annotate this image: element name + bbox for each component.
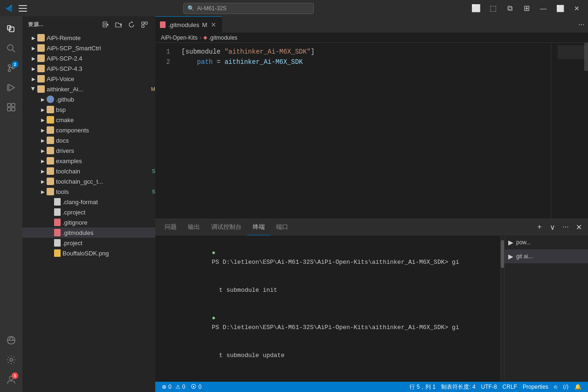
activity-item-git[interactable]: 2 xyxy=(2,59,20,77)
list-item[interactable]: ▶ components xyxy=(22,125,155,135)
list-item[interactable]: ▶ .clang-format xyxy=(22,197,155,207)
sidebar-title: 资源... xyxy=(28,21,44,28)
list-item[interactable]: ▶ AiPi-Voice xyxy=(22,74,155,84)
list-item[interactable]: ▶ tools S xyxy=(22,186,155,197)
tab-close-button[interactable]: ✕ xyxy=(210,21,217,28)
search-bar[interactable]: 🔍 Ai-M61-32S xyxy=(183,3,314,14)
status-errors[interactable]: ⊗ 0 ⚠ 0 xyxy=(159,382,188,392)
minimize-button[interactable]: — xyxy=(537,3,550,14)
new-file-button[interactable] xyxy=(100,20,111,30)
terminal-content[interactable]: ● PS D:\letleon\ESP\Ai-M61-32S\AiPi-Open… xyxy=(155,235,500,382)
status-line-col[interactable]: 行 5，列 1 xyxy=(407,382,438,392)
panel-split-button[interactable]: ∨ xyxy=(547,221,558,233)
status-encoding[interactable]: UTF-8 xyxy=(478,382,500,392)
activity-item-run[interactable] xyxy=(2,79,20,96)
status-remote[interactable]: ⦿ 0 xyxy=(188,382,204,392)
status-format[interactable]: ⟨/⟩ xyxy=(560,382,572,392)
list-item[interactable]: ▶ AiPi-SCP-2.4 xyxy=(22,53,155,63)
activity-item-search[interactable] xyxy=(2,40,20,57)
svg-rect-23 xyxy=(142,22,144,24)
panel-more-button[interactable]: ··· xyxy=(560,221,571,233)
format-icon: ⟨/⟩ xyxy=(563,384,569,390)
github-icon xyxy=(47,96,54,103)
status-language[interactable]: Properties xyxy=(520,382,551,392)
maximize-button[interactable]: ⬜ xyxy=(553,3,567,14)
svg-rect-10 xyxy=(12,103,15,107)
list-item[interactable]: ▶ .project xyxy=(22,238,155,248)
breadcrumb-item-workspace[interactable]: AiPi-Open-Kits xyxy=(161,34,198,41)
refresh-button[interactable] xyxy=(126,20,137,30)
status-notifications[interactable]: 🔔 xyxy=(572,382,584,392)
new-terminal-button[interactable]: + xyxy=(534,221,545,233)
code-line: [submodule "aithinker_Ai-M6X_SDK"] xyxy=(181,47,551,57)
list-item[interactable]: ▶ .github xyxy=(22,94,155,104)
tab-terminal[interactable]: 终端 xyxy=(247,219,270,235)
status-feedback[interactable]: ⎋ xyxy=(551,382,560,392)
svg-rect-25 xyxy=(142,25,144,28)
list-item[interactable]: ▶ AiPi-Remote xyxy=(22,33,155,43)
minimap xyxy=(551,43,588,219)
tab-ports[interactable]: 端口 xyxy=(270,219,294,235)
list-item[interactable]: ▶ .gitmodules xyxy=(22,227,155,238)
tab-output[interactable]: 输出 xyxy=(182,219,206,235)
terminal-main: ● PS D:\letleon\ESP\Ai-M61-32S\AiPi-Open… xyxy=(155,235,500,382)
layout-btn-4[interactable]: ⊞ xyxy=(520,3,533,14)
terminal-scrollbar-thumb[interactable] xyxy=(501,240,504,268)
list-item[interactable]: ▶ bsp xyxy=(22,104,155,115)
tab-terminal-label: 终端 xyxy=(253,223,265,231)
activity-item-remote[interactable] xyxy=(2,331,20,349)
list-item[interactable]: ▶ toolchain S xyxy=(22,166,155,176)
token: ] xyxy=(311,47,314,57)
minimap-scrollbar[interactable] xyxy=(584,43,588,71)
terminal-session-git[interactable]: ▶ git ai... xyxy=(505,249,588,263)
list-item[interactable]: ▶ AiPi-SCP-4.3 xyxy=(22,63,155,74)
collapse-all-button[interactable] xyxy=(139,20,150,30)
tab-problems[interactable]: 问题 xyxy=(159,219,182,235)
list-item[interactable]: ▶ drivers xyxy=(22,145,155,156)
close-button[interactable]: ✕ xyxy=(570,3,583,14)
terminal-scrollbar[interactable] xyxy=(500,235,504,382)
svg-line-3 xyxy=(13,50,15,53)
list-item[interactable]: ▶ .cproject xyxy=(22,207,155,217)
list-item[interactable]: ▶ cmake xyxy=(22,115,155,125)
minimap-content xyxy=(558,45,586,59)
search-icon xyxy=(6,43,16,54)
list-item[interactable]: ▶ aithinker_Ai... M xyxy=(22,84,155,94)
chevron-right-icon: ▶ xyxy=(39,178,47,185)
list-item[interactable]: ▶ examples xyxy=(22,156,155,166)
tab-size-text: 制表符长度: 4 xyxy=(441,383,475,391)
folder-icon xyxy=(37,44,45,52)
list-item[interactable]: ▶ toolchain_gcc_t... xyxy=(22,176,155,186)
activity-item-extensions[interactable] xyxy=(2,98,20,116)
activity-item-settings[interactable] xyxy=(2,351,20,369)
svg-marker-7 xyxy=(9,84,14,91)
activity-item-account[interactable]: 1 xyxy=(2,371,20,388)
layout-btn-1[interactable]: ⬜ xyxy=(470,3,483,14)
code-lines[interactable]: [submodule "aithinker_Ai-M6X_SDK"] path … xyxy=(174,43,551,219)
list-item[interactable]: ▶ BouffaloSDK.png xyxy=(22,248,155,258)
status-tab-size[interactable]: 制表符长度: 4 xyxy=(438,382,478,392)
menu-icon[interactable] xyxy=(19,5,27,12)
layout-btn-3[interactable]: ⧉ xyxy=(503,3,516,14)
activity-item-explorer[interactable] xyxy=(2,20,20,38)
chevron-right-icon: ▶ xyxy=(39,96,47,103)
breadcrumb-item-file[interactable]: .gitmodules xyxy=(209,34,237,41)
terminal-session-powershell[interactable]: ▶ pow... xyxy=(505,235,588,249)
layout-btn-2[interactable]: ⬚ xyxy=(486,3,499,14)
list-item[interactable]: ▶ .gitignore xyxy=(22,217,155,227)
remote-count: 0 xyxy=(198,384,201,390)
list-item[interactable]: ▶ AiPi-SCP_SmartCtrl xyxy=(22,43,155,53)
tab-bar-more-button[interactable]: ··· xyxy=(575,16,588,33)
new-folder-button[interactable] xyxy=(113,20,124,30)
file-icon xyxy=(54,208,61,216)
panel-close-button[interactable]: ✕ xyxy=(573,221,584,233)
tab-gitmodules[interactable]: .gitmodules M ✕ xyxy=(155,16,222,33)
chevron-down-icon: ▶ xyxy=(30,85,37,93)
activity-bar-bottom: 1 xyxy=(2,331,20,392)
new-file-icon xyxy=(102,21,109,28)
extensions-icon xyxy=(6,102,16,112)
list-item[interactable]: ▶ docs xyxy=(22,135,155,145)
status-line-ending[interactable]: CRLF xyxy=(500,382,520,392)
token: = xyxy=(213,57,224,67)
tab-debug-console[interactable]: 调试控制台 xyxy=(206,219,247,235)
